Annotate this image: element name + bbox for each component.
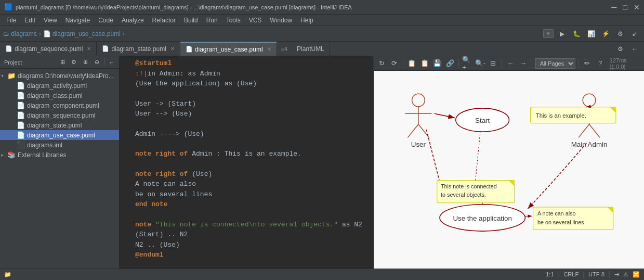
maximize-button[interactable]: □ — [623, 3, 627, 11]
code-line: be on several lines — [120, 189, 373, 200]
diagram-copy-button[interactable]: 📋 — [419, 58, 430, 69]
tab-close-button[interactable]: ✕ — [267, 46, 271, 52]
statusbar-vcs-icon[interactable]: 🔀 — [633, 271, 640, 278]
diagram-forward-button[interactable]: → — [518, 58, 529, 69]
code-line: (Start) .. N2 — [120, 230, 373, 240]
code-line: note "This note is connected\nto several… — [120, 220, 373, 230]
code-line: Admin ----> (Use) — [120, 129, 373, 139]
statusbar-encoding[interactable]: UTF-8 — [588, 271, 604, 278]
svg-text:This note is connected: This note is connected — [441, 183, 497, 189]
menu-file[interactable]: File — [2, 16, 20, 25]
menu-window[interactable]: Window — [266, 16, 296, 25]
diagram-save-button[interactable]: 💾 — [432, 58, 443, 69]
diagram-page-select[interactable]: All Pages — [535, 58, 575, 69]
code-line: :!|in Admin: as Admin — [120, 69, 373, 79]
diagram-export-button[interactable]: 📋 — [406, 58, 417, 69]
sidebar-toolbar: Project ⊞ ⚙ ⊕ ⊖ ← — [0, 56, 119, 69]
breadcrumb: 🗂 diagrams › 📄 diagram_use_case.puml › — [3, 30, 125, 37]
pin-editor-button[interactable]: ← — [628, 43, 641, 55]
tree-item-diagram-component[interactable]: 📄 diagram_component.puml — [0, 100, 119, 110]
menu-view[interactable]: View — [40, 16, 61, 25]
tab-label: diagram_state.puml — [111, 45, 166, 53]
diagram-help-button[interactable]: ? — [595, 58, 606, 69]
statusbar-position: 1:1 — [546, 271, 554, 278]
profile-button[interactable]: ⚡ — [599, 28, 612, 40]
statusbar-line-ending[interactable]: CRLF — [563, 271, 579, 278]
tree-root-item[interactable]: ▾ 📁 diagrams D:\home\wurly\IdeaPro... — [0, 71, 119, 81]
tree-item-label: diagram_sequence.puml — [27, 112, 95, 119]
statusbar-warnings-icon[interactable]: ⚠ — [623, 271, 628, 278]
sidebar-collapse-button[interactable]: ⊖ — [91, 58, 102, 67]
menu-tools[interactable]: Tools — [222, 16, 245, 25]
tree-item-diagram-state[interactable]: 📄 diagram_state.puml — [0, 120, 119, 130]
navigation-bar-dropdown[interactable]: ▾ — [543, 29, 554, 38]
help-toolbar-button[interactable]: ↙ — [628, 28, 641, 40]
settings-editor-button[interactable]: ⚙ — [614, 43, 626, 55]
tab-diagram-use-case[interactable]: 📄 diagram_use_case.puml ✕ — [180, 42, 277, 56]
sidebar-settings-button[interactable]: ⚙ — [69, 58, 79, 67]
menu-navigate[interactable]: Navigate — [61, 16, 94, 25]
tab-extra-button[interactable]: ≡4 — [277, 42, 292, 56]
library-icon: 📚 — [7, 151, 16, 159]
tree-item-diagram-activity[interactable]: 📄 diagram_activity.puml — [0, 81, 119, 91]
menu-vcs[interactable]: VCS — [245, 16, 266, 25]
code-line: @enduml — [120, 250, 373, 260]
diagram-zoom-out-button[interactable]: 🔍- — [475, 58, 486, 69]
diagram-edit-button[interactable]: ✏ — [582, 58, 593, 69]
folder-icon: 📁 — [7, 72, 16, 80]
breadcrumb-file[interactable]: 📄 diagram_use_case.puml — [43, 30, 121, 37]
diagram-zoom-in-button[interactable]: 🔍+ — [462, 58, 473, 69]
svg-text:Use the application: Use the application — [453, 214, 512, 222]
tree-item-diagrams-iml[interactable]: ⬛ diagrams.iml — [0, 140, 119, 150]
settings-toolbar-button[interactable]: ⚙ — [614, 28, 626, 40]
svg-text:User: User — [411, 141, 426, 148]
window-controls[interactable]: ─ □ ✕ — [612, 3, 640, 11]
svg-text:Main Admin: Main Admin — [571, 141, 608, 148]
tab-label: diagram_use_case.puml — [195, 46, 263, 53]
tree-item-label: diagram_component.puml — [27, 102, 99, 109]
menu-help[interactable]: Help — [296, 16, 318, 25]
close-button[interactable]: ✕ — [634, 3, 640, 11]
debug-button[interactable]: 🐛 — [570, 28, 583, 40]
diagram-link-button[interactable]: 🔗 — [445, 58, 456, 69]
code-editor[interactable]: @startuml :!|in Admin: as Admin (Use the… — [120, 56, 374, 269]
menu-refactor[interactable]: Refactor — [148, 16, 180, 25]
menu-analyze[interactable]: Analyze — [117, 16, 148, 25]
tab-diagram-state[interactable]: 📄 diagram_state.puml ✕ — [97, 42, 180, 56]
coverage-button[interactable]: 📊 — [585, 28, 597, 40]
tab-plantuml[interactable]: PlantUML — [292, 42, 330, 56]
puml-file-icon: 📄 — [17, 92, 25, 99]
minimize-button[interactable]: ─ — [612, 3, 617, 11]
statusbar-indent-icon[interactable]: ⇥ — [614, 271, 619, 278]
code-line: A note can also — [120, 179, 373, 189]
titlebar-text: plantuml_diagrams [D:\home\wurly\IdeaPro… — [16, 4, 612, 10]
svg-rect-1 — [376, 71, 643, 269]
menu-run[interactable]: Run — [202, 16, 222, 25]
diagram-back-button[interactable]: ← — [505, 58, 516, 69]
menu-edit[interactable]: Edit — [20, 16, 40, 25]
editor-area: @startuml :!|in Admin: as Admin (Use the… — [120, 56, 644, 269]
tab-close-button[interactable]: ✕ — [170, 46, 175, 52]
menu-build[interactable]: Build — [180, 16, 202, 25]
uml-diagram: User Main Admin Start Use the a — [374, 71, 644, 269]
svg-text:A note can also: A note can also — [537, 210, 576, 217]
run-button[interactable]: ▶ — [556, 28, 568, 40]
main-toolbar: 🗂 diagrams › 📄 diagram_use_case.puml › ▾… — [0, 26, 644, 42]
sidebar-scope-button[interactable]: ⊞ — [57, 58, 68, 67]
diagram-auto-refresh-button[interactable]: ⟳ — [389, 58, 400, 69]
tree-item-diagram-use-case[interactable]: 📄 diagram_use_case.puml — [0, 130, 119, 140]
diagram-status: 127ms [1,0,0] — [610, 57, 642, 70]
tree-item-external-libraries[interactable]: ▸ 📚 External Libraries — [0, 150, 119, 160]
tab-diagram-sequence[interactable]: 📄 diagram_sequence.puml ✕ — [0, 42, 97, 56]
diagram-zoom-fit-button[interactable]: ⊞ — [488, 58, 498, 69]
sidebar-hide-button[interactable]: ← — [107, 58, 117, 67]
sidebar-expand-button[interactable]: ⊕ — [80, 58, 90, 67]
menubar: File Edit View Navigate Code Analyze Ref… — [0, 15, 644, 26]
menu-code[interactable]: Code — [94, 16, 117, 25]
tree-item-diagram-sequence[interactable]: 📄 diagram_sequence.puml — [0, 110, 119, 120]
diagram-refresh-button[interactable]: ↻ — [376, 58, 387, 69]
tree-item-diagram-class[interactable]: 📄 diagram_class.puml — [0, 91, 119, 100]
code-line: (Use the application) as (Use) — [120, 79, 373, 89]
breadcrumb-diagrams[interactable]: 🗂 diagrams — [3, 30, 37, 37]
tab-close-button[interactable]: ✕ — [87, 46, 91, 52]
